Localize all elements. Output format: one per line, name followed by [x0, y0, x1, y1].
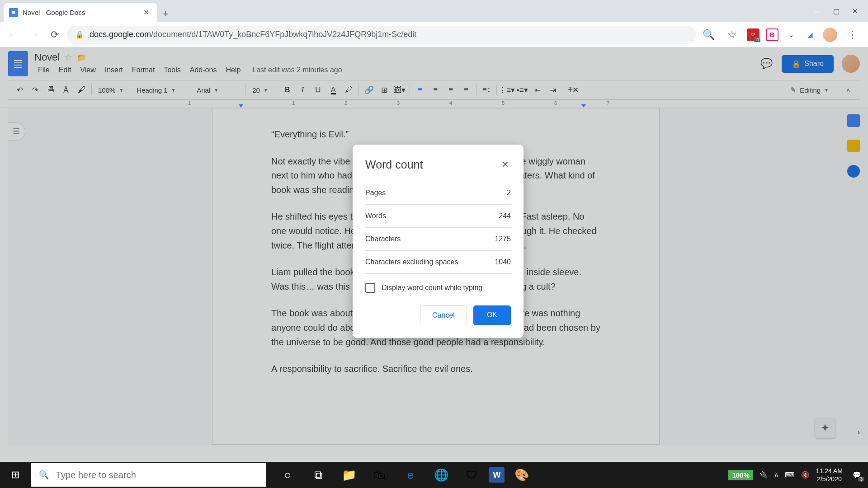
- clock[interactable]: 11:24 AM 2/5/2020: [816, 467, 843, 483]
- search-icon: 🔍: [39, 470, 49, 480]
- time-text: 11:24 AM: [816, 467, 843, 475]
- close-window-icon[interactable]: ✕: [852, 7, 858, 15]
- stat-label: Characters: [365, 235, 401, 243]
- bookmark-star-icon[interactable]: ☆: [723, 26, 741, 43]
- dialog-title: Word count: [365, 158, 423, 171]
- stat-label: Pages: [365, 189, 386, 197]
- edge-icon[interactable]: e: [397, 462, 424, 488]
- chrome-icon[interactable]: 🌐: [428, 462, 455, 488]
- battery-indicator[interactable]: 100%: [728, 470, 753, 480]
- task-view-icon[interactable]: ⧉: [305, 462, 332, 488]
- file-explorer-icon[interactable]: 📁: [335, 462, 363, 488]
- stat-value: 244: [499, 212, 511, 220]
- pocket-extension-icon[interactable]: ⌄: [785, 28, 797, 41]
- stat-row-words: Words 244: [365, 205, 511, 228]
- paint-icon[interactable]: 🎨: [508, 462, 535, 488]
- display-while-typing-option[interactable]: Display word count while typing: [365, 274, 511, 305]
- address-bar[interactable]: 🔒 docs.google.com/document/d/1TAW0Ty_koB…: [67, 26, 696, 44]
- word-icon[interactable]: W: [489, 467, 505, 483]
- stat-value: 1275: [495, 235, 511, 243]
- browser-nav-bar: ← → ⟳ 🔒 docs.google.com/document/d/1TAW0…: [0, 22, 868, 47]
- url-text: docs.google.com/document/d/1TAW0Ty_koBnc…: [90, 30, 416, 39]
- extension-icon[interactable]: ◢: [804, 28, 816, 41]
- zoom-icon[interactable]: 🔍: [700, 26, 717, 43]
- stat-row-characters: Characters 1275: [365, 228, 511, 251]
- maximize-icon[interactable]: ▢: [833, 7, 840, 15]
- ublock-extension-icon[interactable]: 🛡17: [747, 28, 760, 41]
- stat-label: Characters excluding spaces: [365, 258, 458, 266]
- microsoft-store-icon[interactable]: 🛍: [366, 462, 393, 488]
- browser-tab[interactable]: ≡ Novel - Google Docs ✕: [4, 3, 157, 22]
- stat-row-chars-no-spaces: Characters excluding spaces 1040: [365, 251, 511, 274]
- new-tab-button[interactable]: +: [157, 6, 174, 22]
- forward-button[interactable]: →: [25, 26, 42, 43]
- back-button[interactable]: ←: [5, 26, 22, 43]
- docs-favicon-icon: ≡: [9, 8, 18, 17]
- ok-button[interactable]: OK: [473, 305, 511, 325]
- stat-value: 2: [507, 189, 511, 197]
- system-tray: 100% 🔌 ʌ ⌨ 🔇 11:24 AM 2/5/2020 💬3: [728, 467, 868, 483]
- window-controls: — ▢ ✕: [814, 0, 868, 22]
- dialog-close-button[interactable]: ✕: [500, 157, 511, 172]
- notification-badge: 3: [858, 477, 864, 482]
- windows-taskbar: ⊞ 🔍 ○ ⧉ 📁 🛍 e 🌐 🛡 W 🎨 100% 🔌 ʌ ⌨ 🔇 11:24…: [0, 462, 868, 488]
- browser-extensions: 🔍 ☆ 🛡17 B ⌄ ◢ ⋮: [700, 26, 863, 43]
- bitwarden-extension-icon[interactable]: B: [766, 28, 778, 41]
- browser-tab-strip: ≡ Novel - Google Docs ✕ + — ▢ ✕: [0, 0, 868, 22]
- browser-menu-icon[interactable]: ⋮: [844, 26, 861, 43]
- profile-avatar[interactable]: [823, 28, 837, 42]
- reload-button[interactable]: ⟳: [46, 26, 63, 43]
- stat-row-pages: Pages 2: [365, 182, 511, 205]
- stat-value: 1040: [495, 258, 511, 266]
- close-tab-icon[interactable]: ✕: [141, 7, 152, 18]
- cortana-icon[interactable]: ○: [274, 462, 301, 488]
- volume-icon[interactable]: 🔇: [801, 471, 810, 479]
- stat-label: Words: [365, 212, 386, 220]
- taskbar-search[interactable]: 🔍: [31, 463, 266, 487]
- keyboard-icon[interactable]: ⌨: [785, 471, 795, 479]
- minimize-icon[interactable]: —: [814, 7, 821, 15]
- security-icon[interactable]: 🛡: [458, 462, 486, 488]
- word-count-dialog: Word count ✕ Pages 2 Words 244 Character…: [353, 145, 524, 338]
- date-text: 2/5/2020: [816, 475, 843, 483]
- lock-icon: 🔒: [75, 30, 84, 39]
- power-icon[interactable]: 🔌: [760, 471, 768, 479]
- checkbox-label: Display word count while typing: [382, 284, 482, 292]
- tray-expand-icon[interactable]: ʌ: [774, 471, 778, 479]
- start-button[interactable]: ⊞: [0, 462, 31, 488]
- checkbox-icon[interactable]: [365, 283, 375, 293]
- action-center-icon[interactable]: 💬3: [849, 467, 864, 483]
- search-input[interactable]: [56, 470, 258, 480]
- cancel-button[interactable]: Cancel: [420, 305, 467, 325]
- tab-title: Novel - Google Docs: [23, 9, 136, 16]
